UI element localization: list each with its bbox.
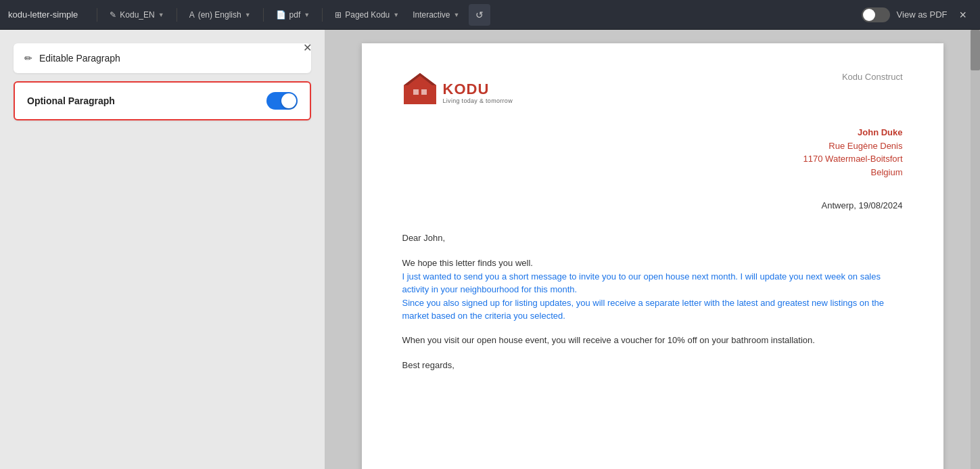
close-panel-button[interactable]: ✕ bbox=[299, 39, 315, 55]
paged-kodu-icon: ⊞ bbox=[335, 10, 342, 20]
optional-paragraph-card: Optional Paragraph bbox=[14, 81, 311, 120]
letter-document: KODU Living today & tomorrow Kodu Constr… bbox=[362, 43, 943, 469]
left-panel: ✕ ✏ Editable Paragraph Optional Paragrap… bbox=[0, 30, 325, 469]
format-label: pdf bbox=[289, 10, 301, 20]
close-panel-icon: ✕ bbox=[303, 41, 312, 54]
recipient-street: Rue Eugène Denis bbox=[402, 139, 903, 153]
editable-paragraph-label: Editable Paragraph bbox=[39, 53, 120, 64]
svg-marker-0 bbox=[404, 73, 436, 104]
divider-2 bbox=[177, 8, 177, 22]
format-doc-icon: 📄 bbox=[276, 10, 286, 20]
kodu-brand-text: KODU bbox=[443, 82, 513, 97]
body-black-text: We hope this letter finds you well. bbox=[402, 258, 533, 268]
body-blue-text-2: Since you also signed up for listing upd… bbox=[402, 298, 885, 321]
kodu-en-icon: ✎ bbox=[110, 10, 116, 20]
language-icon: A bbox=[189, 10, 195, 20]
kodu-house-icon bbox=[402, 70, 438, 106]
voucher-paragraph: When you visit our open house event, you… bbox=[402, 334, 903, 347]
view-as-pdf-label[interactable]: View as PDF bbox=[897, 9, 948, 20]
body-blue-text-1: I just wanted to send you a short messag… bbox=[402, 271, 881, 295]
main-area: ✕ ✏ Editable Paragraph Optional Paragrap… bbox=[0, 30, 980, 469]
divider-1 bbox=[97, 8, 97, 22]
interactive-dropdown[interactable]: Interactive ▼ bbox=[409, 7, 463, 22]
kodu-tagline-text: Living today & tomorrow bbox=[443, 97, 513, 106]
optional-paragraph-toggle[interactable] bbox=[266, 92, 298, 110]
format-chevron-icon: ▼ bbox=[304, 12, 310, 18]
view-toggle[interactable] bbox=[862, 7, 890, 22]
language-label: (en) English bbox=[198, 10, 241, 20]
refresh-button[interactable]: ↺ bbox=[469, 4, 490, 26]
kodu-en-label: Kodu_EN bbox=[120, 10, 154, 20]
close-toolbar-button[interactable]: × bbox=[954, 6, 972, 24]
paged-kodu-dropdown[interactable]: ⊞ Paged Kodu ▼ bbox=[331, 7, 403, 22]
paged-kodu-label: Paged Kodu bbox=[345, 10, 390, 20]
recipient-block: John Duke Rue Eugène Denis 1170 Watermae… bbox=[402, 126, 903, 179]
toolbar-right: View as PDF × bbox=[862, 6, 972, 24]
recipient-country: Belgium bbox=[402, 166, 903, 179]
document-area: KODU Living today & tomorrow Kodu Constr… bbox=[325, 30, 980, 469]
language-chevron-icon: ▼ bbox=[245, 12, 251, 18]
interactive-label: Interactive bbox=[413, 10, 450, 20]
company-name: Kodu Construct bbox=[842, 70, 903, 84]
kodu-text-block: KODU Living today & tomorrow bbox=[443, 82, 513, 106]
recipient-city: 1170 Watermael-Boitsfort bbox=[402, 152, 903, 166]
svg-rect-3 bbox=[421, 89, 427, 95]
format-dropdown[interactable]: 📄 pdf ▼ bbox=[272, 7, 314, 22]
pencil-icon: ✏ bbox=[24, 53, 32, 64]
scrollbar-thumb[interactable] bbox=[971, 30, 980, 70]
interactive-chevron-icon: ▼ bbox=[454, 12, 460, 18]
recipient-name: John Duke bbox=[402, 126, 903, 139]
letter-body: We hope this letter finds you well. I ju… bbox=[402, 256, 903, 323]
optional-paragraph-label: Optional Paragraph bbox=[27, 95, 115, 106]
divider-4 bbox=[322, 8, 323, 22]
doc-title: kodu-letter-simple bbox=[8, 9, 78, 20]
editable-paragraph-card: ✏ Editable Paragraph bbox=[14, 43, 311, 73]
letter-date: Antwerp, 19/08/2024 bbox=[402, 199, 903, 213]
toolbar: kodu-letter-simple ✎ Kodu_EN ▼ A (en) En… bbox=[0, 0, 980, 30]
language-dropdown[interactable]: A (en) English ▼ bbox=[185, 7, 255, 22]
letter-closing: Best regards, bbox=[402, 359, 903, 372]
kodu-en-chevron-icon: ▼ bbox=[158, 12, 164, 18]
scrollbar-track[interactable] bbox=[971, 30, 980, 469]
kodu-logo: KODU Living today & tomorrow bbox=[402, 70, 513, 106]
refresh-icon: ↺ bbox=[475, 9, 484, 20]
svg-rect-2 bbox=[413, 89, 419, 95]
paged-kodu-chevron-icon: ▼ bbox=[393, 12, 399, 18]
toggle-thumb bbox=[281, 93, 296, 108]
salutation: Dear John, bbox=[402, 231, 903, 245]
letter-header: KODU Living today & tomorrow Kodu Constr… bbox=[402, 70, 903, 106]
divider-3 bbox=[263, 8, 264, 22]
kodu-en-dropdown[interactable]: ✎ Kodu_EN ▼ bbox=[106, 7, 168, 22]
